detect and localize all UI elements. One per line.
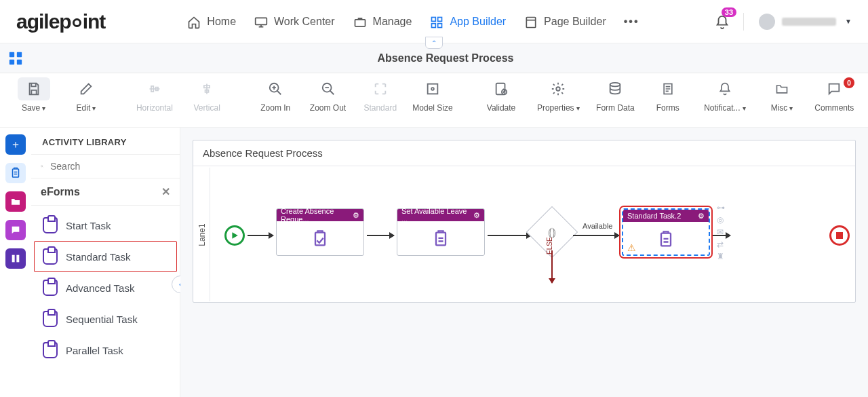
section-label: eForms xyxy=(41,186,80,198)
nav-home[interactable]: Home xyxy=(186,16,236,28)
tool-notifications[interactable]: Notificat...▾ xyxy=(696,77,753,122)
gear-icon[interactable]: ⚙ xyxy=(353,211,359,220)
bell-icon xyxy=(718,81,732,96)
tool-label: Misc xyxy=(771,103,788,113)
tool-forms[interactable]: Forms xyxy=(644,77,692,122)
top-nav: Home Work Center Manage App Builder Page… xyxy=(186,16,715,28)
nav-manage[interactable]: Manage xyxy=(353,16,412,28)
home-icon xyxy=(186,16,201,28)
notifications-button[interactable]: 33 xyxy=(715,14,728,29)
page-bar: Absence Request Process ⌃ xyxy=(0,43,868,73)
tool-properties[interactable]: Properties▾ xyxy=(530,77,587,122)
task-label: Sequential Task xyxy=(66,314,138,325)
tool-label: Validate xyxy=(487,103,515,113)
nav-app-builder[interactable]: App Builder xyxy=(429,16,506,28)
tool-label: Zoom Out xyxy=(310,103,346,113)
tool-vertical: Vertical xyxy=(183,77,231,122)
header-right: 33 ▼ xyxy=(715,13,852,31)
sequence-flow-else[interactable] xyxy=(551,250,553,283)
tool-zoom-out[interactable]: Zoom Out xyxy=(304,77,352,122)
chevron-up-icon: ⌃ xyxy=(431,39,437,47)
tool-edit[interactable]: Edit▾ xyxy=(62,77,110,122)
apps-grid-button[interactable] xyxy=(8,51,23,66)
sequence-flow[interactable] xyxy=(248,235,273,236)
collapse-toggle[interactable]: ⌃ xyxy=(425,37,443,49)
svg-rect-5 xyxy=(438,23,442,27)
svg-rect-13 xyxy=(428,84,438,94)
divider xyxy=(743,13,744,31)
end-event[interactable] xyxy=(829,225,850,246)
node-helper-icons: ⊶ ◎ ✉ ⇄ ♜ xyxy=(717,203,725,261)
gear-icon[interactable]: ⚙ xyxy=(698,212,705,221)
logo: agilepint xyxy=(16,10,105,33)
swap-icon[interactable]: ⇄ xyxy=(717,240,725,249)
nav-label: Page Builder xyxy=(544,16,606,28)
page-title: Absence Request Process xyxy=(23,52,868,64)
activity-library-panel: ACTIVITY LIBRARY eForms ✕ Start Task Sta… xyxy=(31,128,180,397)
start-event[interactable] xyxy=(224,225,245,246)
align-horizontal-icon xyxy=(147,82,162,96)
folder-icon xyxy=(10,196,21,207)
node-title: Create Absence Reque... xyxy=(281,207,353,223)
node-create-absence[interactable]: Create Absence Reque...⚙ xyxy=(276,208,364,256)
svg-rect-2 xyxy=(432,17,436,21)
process-canvas[interactable]: Absence Request Process Lane1 Create Abs… xyxy=(193,140,856,303)
nav-work-center[interactable]: Work Center xyxy=(254,16,335,28)
rail-activity-library[interactable] xyxy=(5,163,26,183)
search-input[interactable] xyxy=(49,160,170,172)
section-header[interactable]: eForms ✕ xyxy=(31,178,180,206)
folder-icon xyxy=(774,82,789,96)
rail-item-2[interactable] xyxy=(5,191,26,212)
task-standard[interactable]: Standard Task xyxy=(34,241,177,272)
task-parallel[interactable]: Parallel Task xyxy=(34,335,177,366)
tool-model-size[interactable]: Model Size xyxy=(408,77,456,122)
tool-form-data[interactable]: Form Data xyxy=(591,77,639,122)
play-icon xyxy=(231,231,239,240)
task-label: Standard Task xyxy=(66,251,131,263)
user-menu[interactable]: ▼ xyxy=(759,14,852,30)
left-rail: ＋ xyxy=(0,128,31,397)
org-icon[interactable]: ♜ xyxy=(717,252,725,261)
panel-title: ACTIVITY LIBRARY xyxy=(42,137,169,147)
node-set-available-leave[interactable]: Set Available Leave ...⚙ xyxy=(397,208,485,256)
node-title: Standard Task.2 xyxy=(627,212,681,220)
target-icon[interactable]: ◎ xyxy=(717,215,725,225)
clipboard-icon xyxy=(43,280,58,296)
mail-icon[interactable]: ✉ xyxy=(717,227,725,237)
gear-icon xyxy=(551,81,566,96)
task-label: Parallel Task xyxy=(66,345,123,356)
rail-item-4[interactable] xyxy=(5,248,26,269)
nav-more[interactable]: ••• xyxy=(624,16,639,28)
task-sequential[interactable]: Sequential Task xyxy=(34,303,177,335)
tool-misc[interactable]: Misc▾ xyxy=(757,77,806,122)
close-icon[interactable]: ✕ xyxy=(161,185,170,198)
tool-zoom-in[interactable]: Zoom In xyxy=(252,77,300,122)
save-icon xyxy=(26,81,41,96)
nav-label: Home xyxy=(207,16,236,28)
tool-label: Edit xyxy=(77,103,91,113)
svg-point-17 xyxy=(556,87,560,91)
edge-label-else: ELSE xyxy=(546,237,553,254)
tool-validate[interactable]: Validate xyxy=(477,77,525,122)
gear-icon[interactable]: ⚙ xyxy=(473,211,480,220)
swimlane-header[interactable]: Lane1 xyxy=(194,168,210,301)
warning-icon[interactable]: ⚠ xyxy=(627,242,636,253)
connector-icon[interactable]: ⊶ xyxy=(717,203,725,212)
tool-save[interactable]: Save▾ xyxy=(9,77,58,122)
task-start[interactable]: Start Task xyxy=(34,210,177,241)
task-advanced[interactable]: Advanced Task xyxy=(34,272,177,303)
tool-standard: Standard xyxy=(356,77,404,122)
rail-add-button[interactable]: ＋ xyxy=(5,134,26,155)
search-icon xyxy=(41,160,43,172)
tool-comments[interactable]: 0 Comments xyxy=(810,77,859,122)
clipboard-icon xyxy=(431,229,450,248)
sequence-flow[interactable] xyxy=(367,235,394,236)
canvas-wrapper: Absence Request Process Lane1 Create Abs… xyxy=(180,128,868,397)
sequence-flow[interactable] xyxy=(573,235,619,236)
tool-label: Model Size xyxy=(412,103,452,113)
clipboard-icon xyxy=(9,167,22,179)
sequence-flow[interactable] xyxy=(488,235,531,236)
rail-item-3[interactable] xyxy=(5,220,26,240)
svg-rect-1 xyxy=(355,19,365,26)
nav-page-builder[interactable]: Page Builder xyxy=(524,16,606,28)
